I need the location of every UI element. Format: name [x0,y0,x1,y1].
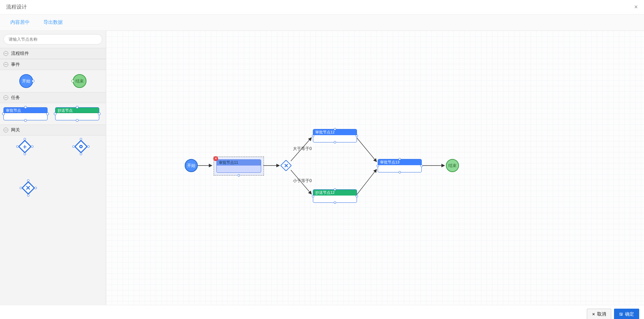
palette-parallel-gateway[interactable]: ＋ [18,140,32,153]
collapse-icon [3,62,8,67]
node-approve-11[interactable]: ✕ 审批节点11 [214,157,264,176]
svg-line-4 [357,138,377,162]
port-icon [98,112,101,115]
palette-inclusive-gateway[interactable] [74,140,88,153]
palette-exclusive-gateway[interactable]: ✕ [21,181,35,195]
palette-approve-task[interactable]: 审批节点 [3,107,48,120]
close-icon[interactable]: × [634,3,638,11]
flow-canvas[interactable]: 开始 ✕ 审批节点11 ✕ 大于等于0 小于等于0 审批节点12 抄送节点12 [106,31,644,305]
node-approve-12[interactable]: 审批节点12 [313,129,357,142]
node-approve-13[interactable]: 审批节点13 [378,159,422,172]
port-icon [46,112,49,115]
dialog-title: 流程设计 [6,4,27,10]
edge-label-ge0[interactable]: 大于等于0 [293,146,312,152]
error-badge-icon: ✕ [213,156,218,161]
save-icon: 🖫 [619,312,623,316]
port-icon [54,112,57,115]
node-copy-12[interactable]: 抄送节点12 [313,189,357,203]
palette-end-event[interactable]: 结束 [73,74,86,88]
tab-export-data[interactable]: 导出数据 [37,17,69,28]
port-icon [24,106,27,109]
port-icon [32,80,34,82]
section-events[interactable]: 事件 [0,59,106,70]
collapse-icon [3,128,8,132]
section-events-body: 开始 结束 [0,70,106,92]
search-container [0,31,106,48]
confirm-button[interactable]: 🖫 确定 [614,309,639,319]
section-gateways-body: ＋ ✕ [0,136,106,199]
collapse-icon [3,51,8,56]
port-icon [71,80,74,82]
cancel-button[interactable]: ✕ 取消 [587,309,611,319]
palette-sidebar: 流程组件 事件 开始 结束 任务 [0,31,106,305]
node-exclusive-gateway[interactable]: ✕ [280,160,292,171]
port-icon [76,119,79,122]
port-icon [76,106,79,109]
x-icon: ✕ [284,162,288,169]
port-icon [24,119,27,122]
x-icon: ✕ [25,184,31,192]
section-events-title: 事件 [11,61,20,68]
section-gateways-title: 网关 [11,127,20,133]
palette-copy-task[interactable]: 抄送节点 [55,107,99,120]
section-tasks-title: 任务 [11,94,20,101]
dialog-footer: ✕ 取消 🖫 确定 [0,305,644,319]
tab-bar: 内容居中 导出数据 [0,14,644,31]
section-tasks[interactable]: 任务 [0,92,106,103]
port-icon [2,112,5,115]
svg-line-5 [357,169,377,195]
close-icon: ✕ [592,312,595,317]
edge-label-le0[interactable]: 小于等于0 [293,178,312,184]
tab-center-content[interactable]: 内容居中 [4,17,36,28]
plus-icon: ＋ [22,142,28,151]
section-components-title: 流程组件 [11,50,29,57]
node-end[interactable]: 结束 [446,159,459,172]
node-start[interactable]: 开始 [185,159,198,172]
node-search-input[interactable] [3,34,102,44]
section-components[interactable]: 流程组件 [0,48,106,59]
palette-start-event[interactable]: 开始 [19,74,33,88]
collapse-icon [3,95,8,100]
dialog-header: 流程设计 × [0,0,644,14]
section-tasks-body: 审批节点 抄送节点 [0,103,106,124]
section-gateways[interactable]: 网关 [0,124,106,136]
